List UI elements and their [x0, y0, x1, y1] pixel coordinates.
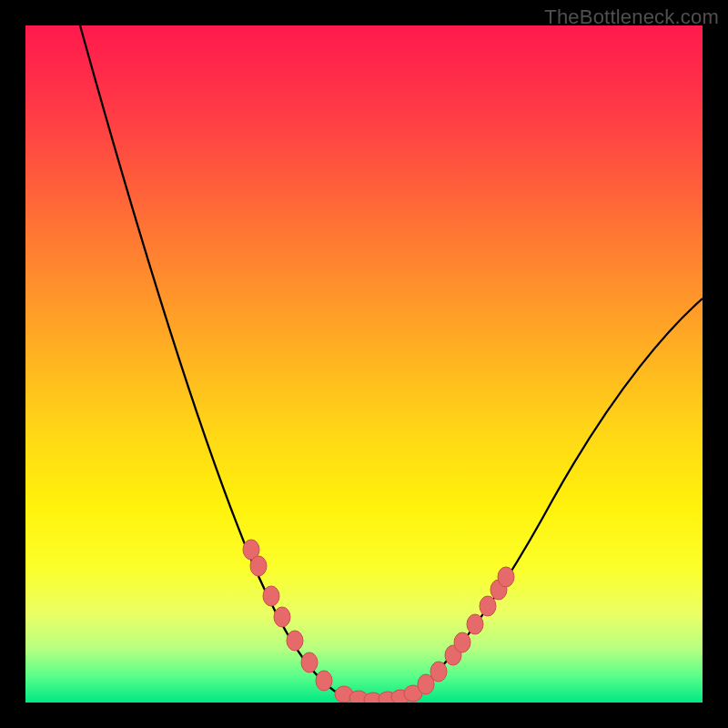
marker-dot	[454, 632, 470, 652]
marker-dot	[467, 614, 483, 634]
marker-dot	[498, 567, 514, 587]
marker-dot	[430, 662, 447, 682]
chart-frame: TheBottleneck.com	[0, 0, 728, 728]
marker-dot	[263, 586, 279, 606]
plot-area	[25, 25, 703, 703]
marker-dot	[274, 607, 290, 627]
marker-dot	[480, 596, 496, 616]
marker-dot	[287, 631, 303, 651]
curve-layer	[25, 25, 703, 703]
marker-dot	[250, 556, 267, 576]
marker-dot	[301, 652, 318, 672]
bottleneck-curve	[80, 25, 703, 699]
marker-dot	[316, 671, 332, 691]
